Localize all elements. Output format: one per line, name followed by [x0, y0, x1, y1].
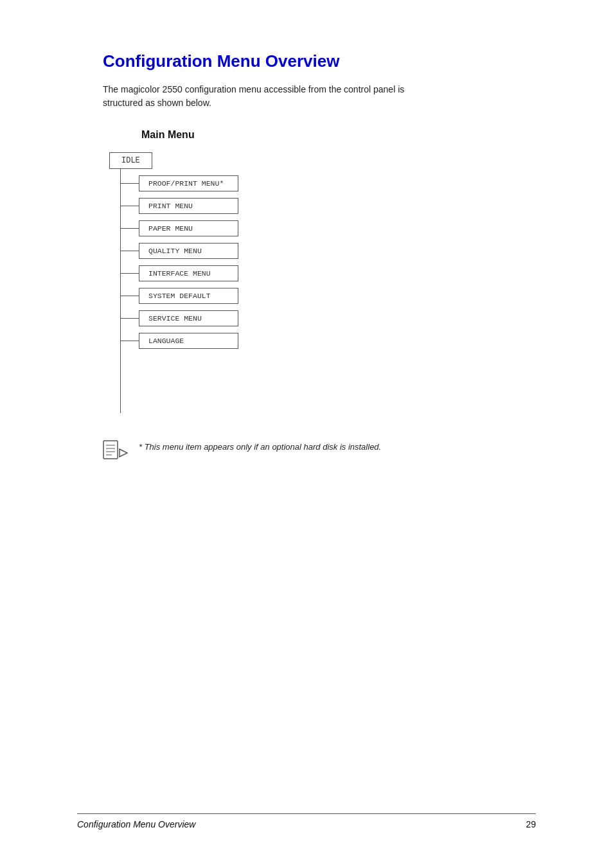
menu-item-language: LANGUAGE	[139, 333, 238, 349]
footer-title: Configuration Menu Overview	[77, 819, 195, 829]
menu-item-service: SERVICE MENU	[139, 310, 238, 326]
footer-page-number: 29	[526, 819, 536, 829]
list-item: PAPER MENU	[121, 220, 238, 236]
description: The magicolor 2550 configuration menu ac…	[103, 83, 536, 110]
description-line1: The magicolor 2550 configuration menu ac…	[103, 84, 404, 94]
idle-box: IDLE	[109, 152, 152, 169]
list-item: PROOF/PRINT MENU*	[121, 175, 238, 191]
note-icon	[103, 440, 130, 468]
note-text: * This menu item appears only if an opti…	[139, 439, 381, 453]
menu-item-print: PRINT MENU	[139, 198, 238, 214]
page-footer: Configuration Menu Overview 29	[77, 813, 536, 829]
list-item: QUALITY MENU	[121, 243, 238, 259]
menu-item-proof-print: PROOF/PRINT MENU*	[139, 175, 238, 191]
menu-diagram: IDLE PROOF/PRINT MENU* PRINT MENU	[109, 152, 536, 413]
svg-marker-5	[120, 449, 127, 457]
page: Configuration Menu Overview The magicolo…	[0, 0, 613, 868]
list-item: SERVICE MENU	[121, 310, 238, 326]
idle-row: IDLE	[109, 152, 536, 169]
document-icon	[103, 440, 130, 463]
menu-item-quality: QUALITY MENU	[139, 243, 238, 259]
menu-item-paper: PAPER MENU	[139, 220, 238, 236]
page-title: Configuration Menu Overview	[103, 51, 536, 71]
list-item: LANGUAGE	[121, 333, 238, 349]
menu-item-system-default: SYSTEM DEFAULT	[139, 288, 238, 304]
list-item: INTERFACE MENU	[121, 265, 238, 281]
description-line2: structured as shown below.	[103, 98, 211, 108]
section-title: Main Menu	[141, 129, 536, 141]
svg-rect-0	[103, 441, 118, 459]
tree-area: PROOF/PRINT MENU* PRINT MENU PAPER MENU …	[109, 169, 536, 413]
menu-item-interface: INTERFACE MENU	[139, 265, 238, 281]
list-item: SYSTEM DEFAULT	[121, 288, 238, 304]
note-section: * This menu item appears only if an opti…	[103, 439, 536, 468]
menu-items-column: PROOF/PRINT MENU* PRINT MENU PAPER MENU …	[121, 169, 238, 355]
list-item: PRINT MENU	[121, 198, 238, 214]
